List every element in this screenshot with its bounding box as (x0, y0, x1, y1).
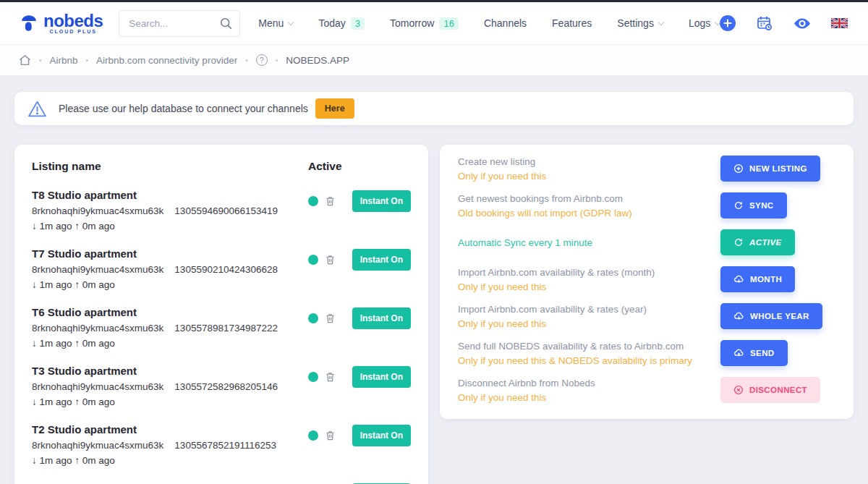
warning-triangle-icon (27, 100, 47, 118)
x-circle-icon (733, 385, 744, 395)
nav-logs[interactable]: Logs (689, 17, 720, 29)
nav-today[interactable]: Today 3 (318, 17, 365, 30)
listing-sync-status: ↓ 1m ago ↑ 0m ago (32, 455, 308, 466)
logo-name: nobeds (43, 13, 103, 29)
listing-sync-status: ↓ 1m ago ↑ 0m ago (32, 221, 308, 232)
instant-on-button[interactable]: Instant On (352, 190, 411, 212)
month-button[interactable]: MONTH (720, 266, 795, 292)
listing-code: 8rknohaqhi9ykmuac4sxmu63k (32, 323, 163, 334)
action-button-label: SEND (750, 349, 775, 357)
sync-icon (733, 200, 744, 211)
breadcrumb-connectivity-provider[interactable]: Airbnb.com connectivity provider (96, 55, 237, 66)
action-row-send-availability: Send full NOBEDS availability & rates to… (458, 340, 835, 366)
action-subtitle: Only if you need this (458, 318, 712, 329)
listing-row: T2 Studio apartment 8rknohaqhi9ykmuac4sx… (32, 423, 411, 466)
trash-icon[interactable] (325, 313, 336, 324)
listing-id: 1305567852191116253 (174, 440, 276, 451)
listing-sync-status: ↓ 1m ago ↑ 0m ago (32, 279, 308, 290)
search-input[interactable] (129, 18, 220, 29)
sync-button[interactable]: SYNC (720, 192, 787, 218)
search-box[interactable] (119, 10, 240, 37)
nav-today-label: Today (318, 17, 345, 29)
trash-icon[interactable] (325, 371, 336, 383)
action-button-label: MONTH (750, 275, 782, 284)
cloud-upload-icon (733, 348, 744, 358)
search-icon[interactable] (220, 17, 232, 30)
nav-logs-label: Logs (689, 17, 710, 29)
listing-title: T2 Studio apartment (32, 423, 308, 436)
breadcrumb-separator: • (276, 56, 278, 64)
nav-tomorrow-label: Tomorrow (390, 17, 434, 29)
header-icon-cluster (720, 13, 868, 33)
action-title: Disconnect Airbnb from Nobeds (458, 378, 712, 389)
add-icon[interactable] (720, 15, 736, 31)
action-title: Create new listing (458, 156, 712, 167)
listing-id: 1305594690066153419 (174, 205, 278, 216)
action-title: Import Airbnb.com availability & rates (… (458, 304, 712, 315)
listings-panel: Listing name Active T8 Studio apartment … (14, 145, 428, 484)
eye-icon[interactable] (793, 18, 811, 29)
breadcrumb-separator: • (39, 56, 42, 64)
here-button[interactable]: Here (315, 98, 354, 119)
actions-panel: Create new listing Only if you need this… (440, 145, 854, 419)
active-sync-button[interactable]: ACTIVE (720, 229, 795, 255)
disconnect-button[interactable]: DISCONNECT (720, 377, 820, 403)
active-status-dot[interactable] (308, 430, 318, 441)
logo-tagline: CLOUD PLUS (43, 29, 103, 34)
nav-channels[interactable]: Channels (484, 17, 527, 29)
action-subtitle: Only if you need this & NOBEDS availabil… (458, 355, 712, 366)
instant-on-button[interactable]: Instant On (352, 249, 411, 271)
page-content: Please use our help database to connect … (0, 76, 868, 484)
breadcrumb-nobeds-app[interactable]: NOBEDS.APP (286, 55, 349, 66)
nav-tomorrow[interactable]: Tomorrow 16 (390, 17, 459, 30)
action-subtitle: Only if you need this (458, 171, 712, 182)
send-button[interactable]: SEND (720, 340, 788, 366)
question-circle-icon[interactable]: ? (256, 54, 268, 66)
listing-sync-status: ↓ 1m ago ↑ 0m ago (32, 396, 308, 407)
calendar-clock-icon[interactable] (756, 14, 773, 32)
listing-title: T8 Studio apartment (32, 189, 308, 201)
nav-settings[interactable]: Settings (617, 17, 663, 29)
nav-features-label: Features (552, 17, 592, 29)
column-listing-name: Listing name (32, 160, 308, 173)
active-status-dot[interactable] (308, 313, 318, 323)
top-navbar: nobeds CLOUD PLUS Menu Today 3 Tomorrow … (0, 2, 868, 44)
active-status-dot[interactable] (308, 255, 318, 265)
nobeds-logo[interactable]: nobeds CLOUD PLUS (19, 13, 103, 34)
nav-features[interactable]: Features (552, 17, 592, 29)
chevron-down-icon (288, 19, 294, 25)
trash-icon[interactable] (325, 430, 336, 441)
listing-code: 8rknohaqhi9ykmuac4sxmu63k (32, 381, 163, 392)
trash-icon[interactable] (325, 195, 336, 207)
trash-icon[interactable] (325, 254, 336, 266)
nav-menu[interactable]: Menu (258, 17, 293, 29)
plus-circle-icon (733, 164, 744, 174)
uk-flag-icon[interactable] (831, 18, 848, 28)
new-listing-button[interactable]: NEW LISTING (720, 156, 820, 182)
cloud-download-icon (733, 311, 744, 321)
tomorrow-count-badge: 16 (439, 17, 458, 30)
whole-year-button[interactable]: WHOLE YEAR (720, 303, 822, 329)
listing-code: 8rknohaqhi9ykmuac4sxmu63k (32, 440, 163, 451)
listing-id: 1305578981734987222 (174, 323, 278, 334)
listing-row: T6 Studio apartment 8rknohaqhi9ykmuac4sx… (32, 306, 411, 349)
action-title: Send full NOBEDS availability & rates to… (458, 341, 712, 352)
sync-icon (733, 237, 744, 247)
action-button-label: ACTIVE (749, 238, 782, 247)
home-icon[interactable] (19, 54, 31, 66)
alert-text: Please use our help database to connect … (59, 103, 308, 114)
active-status-dot[interactable] (308, 196, 318, 206)
action-row-import-year: Import Airbnb.com availability & rates (… (458, 303, 835, 329)
active-status-dot[interactable] (308, 372, 318, 382)
instant-on-button[interactable]: Instant On (352, 307, 411, 329)
nav-channels-label: Channels (484, 17, 527, 29)
breadcrumb-airbnb[interactable]: Airbnb (50, 55, 78, 66)
instant-on-button[interactable]: Instant On (352, 366, 411, 388)
instant-on-button[interactable]: Instant On (352, 425, 411, 446)
action-button-label: WHOLE YEAR (750, 312, 809, 320)
listing-row: T8 Studio apartment 8rknohaqhi9ykmuac4sx… (32, 189, 411, 232)
listing-code: 8rknohaqhi9ykmuac4sxmu63k (32, 264, 163, 275)
listing-id: 1305590210424306628 (174, 264, 278, 275)
action-row-create-listing: Create new listing Only if you need this… (458, 156, 835, 182)
listings-header: Listing name Active (32, 160, 411, 173)
